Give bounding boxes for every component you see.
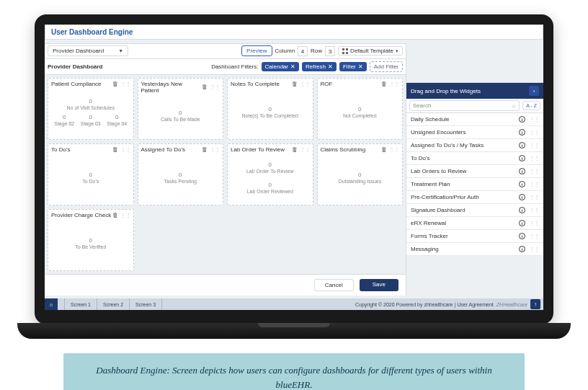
- drag-handle-icon[interactable]: ⋮⋮: [120, 81, 130, 87]
- widget-panel-title: Drag and Drop the Widgets: [411, 88, 481, 94]
- help-button[interactable]: ↑: [530, 299, 540, 309]
- info-icon[interactable]: i: [519, 168, 525, 174]
- card-stat: 0To Do's: [79, 170, 102, 186]
- drag-handle-icon[interactable]: ⋮⋮: [529, 142, 539, 149]
- drag-handle-icon[interactable]: ⋮⋮: [529, 220, 539, 226]
- dashboard-card[interactable]: Patient Compliance 🗑 ⋮⋮ 0No of Visit Sch…: [48, 78, 134, 140]
- add-filter-button[interactable]: Add Filter: [370, 61, 403, 72]
- dashboard-card[interactable]: Notes To Complete 🗑 ⋮⋮ 0Note(s) To Be Co…: [227, 78, 313, 140]
- drag-handle-icon[interactable]: ⋮⋮: [529, 168, 539, 174]
- dashboard-selector[interactable]: Provider Dashboard ▼: [48, 45, 128, 56]
- sort-az-button[interactable]: A - Z: [522, 101, 540, 110]
- drag-handle-icon[interactable]: ⋮⋮: [529, 246, 539, 252]
- widget-item-label: Messaging: [411, 246, 439, 252]
- widget-panel-expand-button[interactable]: ›: [529, 86, 539, 96]
- row-input[interactable]: 3: [325, 46, 335, 56]
- trash-icon[interactable]: 🗑: [112, 212, 118, 218]
- widget-item-label: Forms Tracker: [411, 233, 448, 239]
- drag-handle-icon[interactable]: ⋮⋮: [210, 146, 220, 153]
- chevron-down-icon: ▾: [396, 48, 398, 54]
- card-stat: 0No of Visit Schedules: [64, 97, 117, 112]
- trash-icon[interactable]: 🗑: [381, 146, 387, 153]
- filter-chip-calendar[interactable]: Calendar✕: [262, 62, 299, 71]
- trash-icon[interactable]: 🗑: [292, 146, 298, 153]
- drag-handle-icon[interactable]: ⋮⋮: [529, 116, 539, 123]
- card-stat: 0Not Completed: [340, 105, 380, 120]
- info-icon[interactable]: i: [519, 220, 525, 226]
- chevron-down-icon: ▼: [118, 48, 123, 53]
- drag-handle-icon[interactable]: ⋮⋮: [529, 207, 539, 213]
- dashboard-card[interactable]: Yesterdays New Patient 🗑 ⋮⋮ 0Calls To Be…: [138, 78, 224, 140]
- cancel-button[interactable]: Cancel: [314, 279, 354, 291]
- widget-list-item[interactable]: To Do's i ⋮⋮: [406, 152, 543, 165]
- info-icon[interactable]: i: [519, 194, 525, 200]
- info-icon[interactable]: i: [519, 207, 525, 213]
- drag-handle-icon[interactable]: ⋮⋮: [529, 155, 539, 161]
- drag-handle-icon[interactable]: ⋮⋮: [529, 129, 539, 136]
- drag-handle-icon[interactable]: ⋮⋮: [529, 194, 539, 200]
- info-icon[interactable]: i: [519, 181, 525, 187]
- widget-item-label: Unsigned Encounters: [411, 129, 466, 136]
- status-tab[interactable]: Screen 3: [130, 298, 162, 310]
- status-tab[interactable]: Screen 2: [97, 298, 130, 310]
- filter-chip-refresh[interactable]: Refresh✕: [302, 62, 337, 71]
- drag-handle-icon[interactable]: ⋮⋮: [529, 181, 539, 187]
- close-icon[interactable]: ✕: [290, 63, 295, 70]
- info-icon[interactable]: i: [519, 246, 525, 252]
- close-icon[interactable]: ✕: [358, 63, 363, 70]
- card-stat: 0To Be Verified: [72, 236, 109, 252]
- info-icon[interactable]: i: [519, 129, 525, 136]
- trash-icon[interactable]: 🗑: [202, 84, 208, 90]
- card-title: ROF: [321, 81, 333, 87]
- info-icon[interactable]: i: [519, 155, 525, 161]
- trash-icon[interactable]: 🗑: [112, 146, 118, 153]
- widget-list-item[interactable]: Signature Dashboard i ⋮⋮: [406, 204, 543, 217]
- card-title: Claims Scrubbing: [321, 146, 366, 153]
- save-button[interactable]: Save: [360, 279, 398, 291]
- column-label: Column: [275, 48, 295, 54]
- widget-list-item[interactable]: Unsigned Encounters i ⋮⋮: [406, 126, 543, 139]
- drag-handle-icon[interactable]: ⋮⋮: [300, 81, 310, 87]
- status-tab[interactable]: Screen 1: [65, 298, 97, 310]
- home-button[interactable]: ⌂: [45, 298, 58, 310]
- widget-list-item[interactable]: Pre-Certification/Prior Auth i ⋮⋮: [406, 191, 543, 204]
- info-icon[interactable]: i: [519, 116, 525, 123]
- drag-handle-icon[interactable]: ⋮⋮: [210, 84, 220, 90]
- dashboard-card[interactable]: ROF 🗑 ⋮⋮ 0Not Completed: [317, 78, 404, 140]
- widget-list-item[interactable]: Treatment Plan i ⋮⋮: [406, 178, 543, 191]
- drag-handle-icon[interactable]: ⋮⋮: [120, 212, 130, 218]
- trash-icon[interactable]: 🗑: [292, 81, 298, 87]
- trash-icon[interactable]: 🗑: [112, 81, 118, 87]
- filter-chip-filter[interactable]: Filter✕: [339, 62, 367, 71]
- template-selector[interactable]: Default Template ▾: [338, 46, 403, 56]
- widget-list-item[interactable]: Daily Schedule i ⋮⋮: [406, 113, 543, 126]
- dashboard-card[interactable]: Claims Scrubbing 🗑 ⋮⋮ 0Outstanding Issue…: [317, 143, 404, 205]
- trash-icon[interactable]: 🗑: [381, 81, 387, 87]
- drag-handle-icon[interactable]: ⋮⋮: [300, 146, 310, 153]
- drag-handle-icon[interactable]: ⋮⋮: [529, 233, 539, 239]
- widget-search-input[interactable]: Search ⌕: [409, 100, 520, 111]
- drag-handle-icon[interactable]: ⋮⋮: [120, 146, 130, 153]
- close-icon[interactable]: ✕: [328, 63, 333, 70]
- widget-list-item[interactable]: Messaging i ⋮⋮: [406, 243, 543, 256]
- widget-item-label: eRX Renewal: [411, 220, 446, 226]
- widget-item-label: Assigned To Do's / My Tasks: [411, 142, 484, 149]
- column-input[interactable]: 4: [298, 46, 308, 56]
- info-icon[interactable]: i: [519, 142, 525, 149]
- dashboard-card[interactable]: To Do's 🗑 ⋮⋮ 0To Do's: [48, 143, 134, 205]
- widget-list-item[interactable]: Assigned To Do's / My Tasks i ⋮⋮: [406, 139, 543, 152]
- dashboard-card[interactable]: Assigned To Do's 🗑 ⋮⋮ 0Tasks Pending: [138, 143, 224, 205]
- preview-button[interactable]: Preview: [241, 45, 272, 56]
- drag-handle-icon[interactable]: ⋮⋮: [389, 146, 399, 153]
- template-label: Default Template: [350, 48, 393, 54]
- widget-item-label: Pre-Certification/Prior Auth: [411, 194, 479, 200]
- widget-list-item[interactable]: Lab Orders to Review i ⋮⋮: [406, 165, 543, 178]
- dashboard-card[interactable]: Provider Charge Check 🗑 ⋮⋮ 0To Be Verifi…: [48, 209, 134, 271]
- info-icon[interactable]: i: [519, 233, 525, 239]
- widget-list-item[interactable]: eRX Renewal i ⋮⋮: [406, 217, 543, 230]
- widget-list-item[interactable]: Forms Tracker i ⋮⋮: [406, 230, 543, 243]
- subheader-title: Provider Dashboard: [48, 63, 102, 70]
- trash-icon[interactable]: 🗑: [202, 146, 208, 153]
- dashboard-card[interactable]: Lab Order To Review 🗑 ⋮⋮ 0Lab Order To R…: [227, 143, 313, 205]
- drag-handle-icon[interactable]: ⋮⋮: [389, 81, 399, 87]
